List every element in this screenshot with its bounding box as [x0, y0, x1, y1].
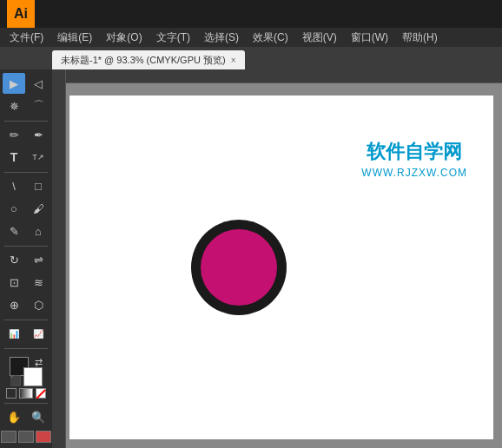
ruler-top [52, 69, 502, 83]
menu-edit[interactable]: 编辑(E) [51, 29, 98, 47]
tab-close-button[interactable]: × [231, 56, 236, 65]
pencil-button[interactable]: ✎ [3, 221, 25, 241]
shaper-button[interactable]: ⌂ [27, 221, 50, 241]
fill-indicator[interactable] [6, 388, 17, 399]
canvas-document[interactable]: 软件自学网 WWW.RJZXW.COM [69, 96, 493, 439]
rect-tool-button[interactable]: □ [27, 175, 50, 196]
toolbar-divider-1 [4, 121, 48, 122]
color-section: ⇄ ⬛ [4, 355, 48, 400]
toolbar: ▶ ◁ ✵ ⌒ ✏ ✒ T T↗ \ □ ○ 🖌 ✎ ⌂ [0, 69, 52, 448]
watermark-url: WWW.RJZXW.COM [361, 166, 467, 181]
lasso-button[interactable]: ⌒ [27, 96, 50, 116]
circle-illustration [191, 220, 287, 315]
fill-stroke-row [6, 388, 46, 399]
menu-help[interactable]: 帮助(H) [396, 29, 444, 47]
document-tab[interactable]: 未标题-1* @ 93.3% (CMYK/GPU 预览) × [52, 50, 245, 69]
circle-stroke [191, 220, 287, 315]
background-color-swatch[interactable] [23, 367, 43, 386]
color-swatches[interactable]: ⇄ ⬛ [10, 357, 43, 386]
menu-bar: 文件(F) 编辑(E) 对象(O) 文字(T) 选择(S) 效果(C) 视图(V… [0, 28, 502, 47]
live-paint-button[interactable]: ⬡ [27, 294, 50, 315]
reflect-button[interactable]: ⇌ [27, 249, 50, 270]
menu-file[interactable]: 文件(F) [3, 29, 50, 47]
rotate-tool-button[interactable]: ↻ [3, 249, 25, 270]
ai-logo: Ai [7, 0, 35, 28]
no-fill-indicator[interactable] [36, 388, 46, 399]
ruler-left [52, 69, 66, 448]
pen-tool-button[interactable]: ✏ [3, 124, 25, 145]
presentation-mode-button[interactable] [36, 431, 51, 443]
menu-select[interactable]: 选择(S) [198, 29, 245, 47]
reset-colors-icon[interactable]: ⬛ [10, 375, 22, 386]
toolbar-divider-6 [4, 403, 48, 404]
normal-mode-button[interactable] [1, 431, 17, 443]
title-bar: Ai [0, 0, 502, 28]
scale-tool-button[interactable]: ⊡ [3, 272, 25, 293]
full-mode-button[interactable] [18, 431, 34, 443]
line-tool-button[interactable]: \ [3, 175, 25, 196]
watermark: 软件自学网 WWW.RJZXW.COM [361, 139, 467, 181]
graph-tool-button[interactable]: 📊 [3, 323, 25, 344]
type-tool-button[interactable]: T [3, 147, 25, 168]
canvas-area: 软件自学网 WWW.RJZXW.COM [52, 69, 502, 448]
touch-type-button[interactable]: T↗ [27, 147, 50, 168]
direct-selection-button[interactable]: ◁ [27, 73, 50, 94]
toolbar-divider-2 [4, 172, 48, 173]
menu-type[interactable]: 文字(T) [150, 29, 196, 47]
add-anchor-button[interactable]: ✒ [27, 124, 50, 145]
menu-window[interactable]: 窗口(W) [345, 29, 394, 47]
magic-wand-button[interactable]: ✵ [3, 96, 25, 116]
toolbar-divider-5 [4, 348, 48, 349]
screen-mode-row [1, 431, 51, 443]
gradient-indicator[interactable] [19, 388, 33, 399]
toolbar-divider-4 [4, 320, 48, 320]
warp-button[interactable]: ≋ [27, 272, 50, 293]
ellipse-tool-button[interactable]: ○ [3, 198, 25, 219]
selection-tool-button[interactable]: ▶ [3, 73, 25, 94]
toolbar-divider-3 [4, 246, 48, 247]
tab-label: 未标题-1* @ 93.3% (CMYK/GPU 预览) [61, 54, 226, 67]
zoom-tool-button[interactable]: 🔍 [27, 406, 50, 427]
main-area: ▶ ◁ ✵ ⌒ ✏ ✒ T T↗ \ □ ○ 🖌 ✎ ⌂ [0, 69, 502, 448]
circle-fill [201, 229, 277, 306]
tab-bar: 未标题-1* @ 93.3% (CMYK/GPU 预览) × [0, 47, 502, 69]
menu-object[interactable]: 对象(O) [100, 29, 148, 47]
paintbrush-button[interactable]: 🖌 [27, 198, 50, 219]
column-graph-button[interactable]: 📈 [27, 323, 50, 344]
shape-builder-button[interactable]: ⊕ [3, 294, 25, 315]
watermark-text: 软件自学网 [361, 139, 467, 166]
menu-effect[interactable]: 效果(C) [247, 29, 294, 47]
menu-view[interactable]: 视图(V) [296, 29, 343, 47]
hand-tool-button[interactable]: ✋ [3, 406, 25, 427]
